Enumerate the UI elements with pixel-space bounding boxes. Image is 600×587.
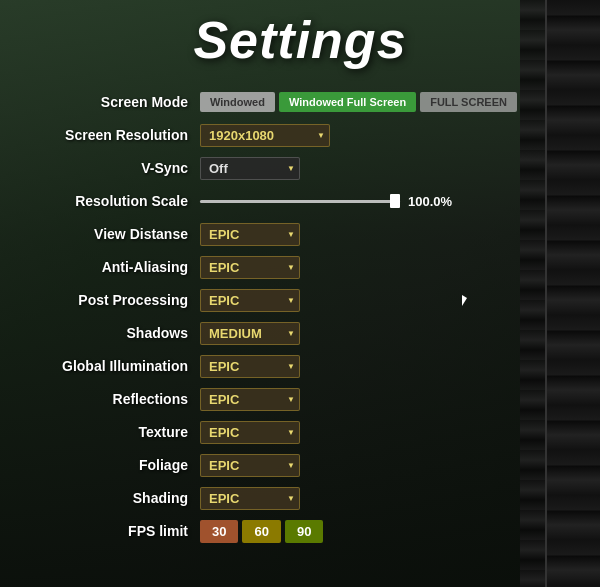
page-title: Settings: [193, 10, 406, 70]
resolution-scale-label: Resolution Scale: [35, 193, 200, 209]
vsync-row: V-Sync Off On: [35, 154, 565, 182]
fps-limit-row: FPS limit 30 60 90: [35, 517, 565, 545]
global-illumination-wrapper: EPICHIGHMEDIUMLOW: [200, 355, 300, 378]
texture-wrapper: EPICHIGHMEDIUMLOW: [200, 421, 300, 444]
global-illumination-control: EPICHIGHMEDIUMLOW: [200, 355, 565, 378]
mouse-cursor: [462, 295, 470, 307]
shadows-label: Shadows: [35, 325, 200, 341]
foliage-row: Foliage EPICHIGHMEDIUMLOW: [35, 451, 565, 479]
resolution-scale-track[interactable]: [200, 200, 400, 203]
reflections-row: Reflections EPICHIGHMEDIUMLOW: [35, 385, 565, 413]
screen-resolution-wrapper: 1920x1080 1280x720 2560x1440: [200, 124, 330, 147]
foliage-control: EPICHIGHMEDIUMLOW: [200, 454, 565, 477]
view-distance-control: EPICHIGHMEDIUMLOW: [200, 223, 565, 246]
anti-aliasing-control: EPICHIGHMEDIUMLOW: [200, 256, 565, 279]
foliage-wrapper: EPICHIGHMEDIUMLOW: [200, 454, 300, 477]
screen-mode-label: Screen Mode: [35, 94, 200, 110]
fps-60-button[interactable]: 60: [242, 520, 280, 543]
fps-30-button[interactable]: 30: [200, 520, 238, 543]
texture-label: Texture: [35, 424, 200, 440]
screen-resolution-row: Screen Resolution 1920x1080 1280x720 256…: [35, 121, 565, 149]
view-distance-select[interactable]: EPICHIGHMEDIUMLOW: [200, 223, 300, 246]
post-processing-label: Post Processing: [35, 292, 200, 308]
resolution-scale-fill: [200, 200, 400, 203]
shadows-row: Shadows MEDIUMEPICHIGHLOW: [35, 319, 565, 347]
fps-limit-label: FPS limit: [35, 523, 200, 539]
global-illumination-row: Global Illumination EPICHIGHMEDIUMLOW: [35, 352, 565, 380]
shading-select[interactable]: EPICHIGHMEDIUMLOW: [200, 487, 300, 510]
vsync-control: Off On: [200, 157, 565, 180]
shading-wrapper: EPICHIGHMEDIUMLOW: [200, 487, 300, 510]
foliage-select[interactable]: EPICHIGHMEDIUMLOW: [200, 454, 300, 477]
shadows-select[interactable]: MEDIUMEPICHIGHLOW: [200, 322, 300, 345]
shading-row: Shading EPICHIGHMEDIUMLOW: [35, 484, 565, 512]
reflections-control: EPICHIGHMEDIUMLOW: [200, 388, 565, 411]
anti-aliasing-label: Anti-Aliasing: [35, 259, 200, 275]
reflections-select[interactable]: EPICHIGHMEDIUMLOW: [200, 388, 300, 411]
fps-90-button[interactable]: 90: [285, 520, 323, 543]
resolution-scale-control: 100.0%: [200, 194, 565, 209]
fps-limit-control: 30 60 90: [200, 520, 565, 543]
settings-panel: Screen Mode Windowed Windowed Full Scree…: [35, 88, 565, 550]
shading-control: EPICHIGHMEDIUMLOW: [200, 487, 565, 510]
anti-aliasing-select[interactable]: EPICHIGHMEDIUMLOW: [200, 256, 300, 279]
texture-select[interactable]: EPICHIGHMEDIUMLOW: [200, 421, 300, 444]
post-processing-wrapper: EPICHIGHMEDIUMLOW: [200, 289, 300, 312]
resolution-scale-value: 100.0%: [408, 194, 452, 209]
screen-mode-row: Screen Mode Windowed Windowed Full Scree…: [35, 88, 565, 116]
shading-label: Shading: [35, 490, 200, 506]
global-illumination-select[interactable]: EPICHIGHMEDIUMLOW: [200, 355, 300, 378]
screen-resolution-label: Screen Resolution: [35, 127, 200, 143]
texture-row: Texture EPICHIGHMEDIUMLOW: [35, 418, 565, 446]
shadows-control: MEDIUMEPICHIGHLOW: [200, 322, 565, 345]
vsync-label: V-Sync: [35, 160, 200, 176]
view-distance-wrapper: EPICHIGHMEDIUMLOW: [200, 223, 300, 246]
fullscreen-button[interactable]: FULL SCREEN: [420, 92, 517, 112]
texture-control: EPICHIGHMEDIUMLOW: [200, 421, 565, 444]
view-distance-label: View Distanse: [35, 226, 200, 242]
post-processing-select[interactable]: EPICHIGHMEDIUMLOW: [200, 289, 300, 312]
global-illumination-label: Global Illumination: [35, 358, 200, 374]
windowed-fullscreen-button[interactable]: Windowed Full Screen: [279, 92, 416, 112]
screen-resolution-select[interactable]: 1920x1080 1280x720 2560x1440: [200, 124, 330, 147]
anti-aliasing-row: Anti-Aliasing EPICHIGHMEDIUMLOW: [35, 253, 565, 281]
anti-aliasing-wrapper: EPICHIGHMEDIUMLOW: [200, 256, 300, 279]
post-processing-row: Post Processing EPICHIGHMEDIUMLOW: [35, 286, 565, 314]
post-processing-control: EPICHIGHMEDIUMLOW: [200, 289, 565, 312]
vsync-wrapper: Off On: [200, 157, 300, 180]
shadows-wrapper: MEDIUMEPICHIGHLOW: [200, 322, 300, 345]
resolution-scale-thumb[interactable]: [390, 194, 400, 208]
reflections-label: Reflections: [35, 391, 200, 407]
screen-resolution-control: 1920x1080 1280x720 2560x1440: [200, 124, 565, 147]
reflections-wrapper: EPICHIGHMEDIUMLOW: [200, 388, 300, 411]
view-distance-row: View Distanse EPICHIGHMEDIUMLOW: [35, 220, 565, 248]
windowed-button[interactable]: Windowed: [200, 92, 275, 112]
vsync-select[interactable]: Off On: [200, 157, 300, 180]
screen-mode-control: Windowed Windowed Full Screen FULL SCREE…: [200, 92, 565, 112]
resolution-scale-row: Resolution Scale 100.0%: [35, 187, 565, 215]
foliage-label: Foliage: [35, 457, 200, 473]
